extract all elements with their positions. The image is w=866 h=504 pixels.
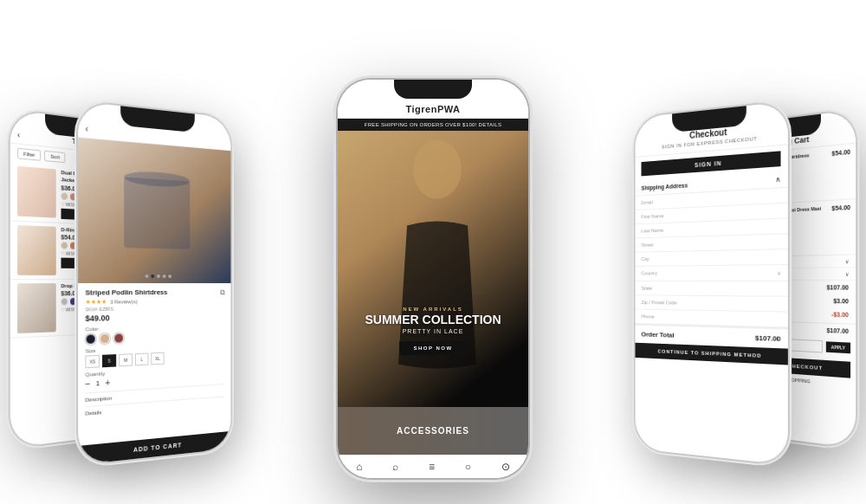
nav-home[interactable]: ⌂ bbox=[356, 461, 362, 473]
nav-search[interactable]: ⌕ bbox=[392, 461, 398, 473]
back-icon-l2[interactable]: ‹ bbox=[17, 131, 20, 140]
chevron-up-icon[interactable]: ∧ bbox=[775, 176, 780, 184]
review-count: 3 Review(s) bbox=[110, 299, 137, 304]
screen-product: ‹ bbox=[78, 101, 230, 465]
color-swatch-red[interactable] bbox=[113, 333, 124, 344]
color-swatch-tan[interactable] bbox=[100, 333, 110, 345]
order-total-value: $107.00 bbox=[755, 334, 781, 343]
cart-item-price-1: $54.00 bbox=[831, 149, 850, 196]
nav-menu[interactable]: ≡ bbox=[429, 461, 435, 473]
order-total-value: $107.00 bbox=[827, 327, 849, 334]
dot[interactable] bbox=[157, 275, 160, 278]
size-m[interactable]: M bbox=[119, 353, 132, 366]
state-field[interactable]: State bbox=[636, 281, 788, 297]
qty-value: 1 bbox=[96, 379, 100, 388]
color-swatch[interactable] bbox=[70, 193, 77, 201]
add-to-cart-button[interactable]: ADD TO CART bbox=[78, 431, 230, 465]
color-swatches bbox=[85, 330, 224, 345]
color-swatch[interactable] bbox=[70, 242, 77, 249]
country-chevron: ∨ bbox=[777, 269, 780, 275]
product-image bbox=[78, 138, 230, 283]
hero-title: SUMMER COLLECTION bbox=[338, 313, 528, 326]
hero-tag: NEW ARRIVALS bbox=[338, 307, 528, 312]
shop-now-button[interactable]: SHOP NOW bbox=[399, 341, 466, 355]
scene: ‹ Tops ⊞ Filter Sort ≡ Dual Pocket Zippe… bbox=[0, 0, 866, 504]
accessories-label: ACCESSORIES bbox=[397, 426, 469, 436]
hero-section: NEW ARRIVALS SUMMER COLLECTION PRETTY IN… bbox=[338, 131, 528, 407]
qty-minus[interactable]: − bbox=[85, 378, 90, 389]
subtotal-value: $107.00 bbox=[827, 284, 849, 290]
gift-chevron: ∨ bbox=[845, 271, 849, 277]
country-label: Country bbox=[641, 270, 657, 276]
back-icon-l1[interactable]: ‹ bbox=[85, 124, 87, 134]
phone-center: TigrenPWA FREE SHIPPING ON ORDERS OVER $… bbox=[338, 80, 528, 478]
phone-right1: Checkout SIGN IN FOR EXPRESS CHECKOUT SI… bbox=[636, 101, 788, 465]
shipping-label: Shipping Address bbox=[641, 182, 688, 191]
star-rating: ★★★★ bbox=[85, 299, 107, 307]
app-title: TigrenPWA bbox=[406, 104, 461, 114]
size-l[interactable]: L bbox=[135, 352, 149, 365]
estimate-chevron: ∨ bbox=[845, 258, 849, 264]
qty-plus[interactable]: + bbox=[105, 378, 110, 388]
hero-subtitle: PRETTY IN LACE bbox=[338, 328, 528, 334]
svg-point-4 bbox=[413, 140, 462, 199]
item-image-1 bbox=[17, 166, 56, 218]
apply-button[interactable]: APPLY bbox=[826, 341, 850, 353]
image-dots bbox=[145, 275, 171, 278]
nav-user[interactable]: ⊙ bbox=[501, 461, 510, 473]
size-s[interactable]: S bbox=[102, 354, 116, 367]
filter-button[interactable]: Filter bbox=[17, 148, 41, 161]
color-swatch[interactable] bbox=[61, 192, 68, 200]
product-info: Striped Podlin Shirtdress ⧉ ★★★★ 3 Revie… bbox=[78, 283, 230, 423]
tax-value: $3.00 bbox=[833, 298, 849, 305]
hero-background bbox=[338, 131, 528, 407]
size-xl[interactable]: XL bbox=[151, 352, 164, 365]
color-swatch[interactable] bbox=[61, 242, 68, 249]
color-swatch[interactable] bbox=[70, 298, 77, 305]
dot[interactable] bbox=[151, 275, 154, 278]
dot[interactable] bbox=[145, 275, 148, 278]
notch-center bbox=[394, 80, 472, 99]
phone-left1: ‹ bbox=[78, 101, 230, 465]
details-label: Details bbox=[85, 410, 101, 417]
item-image-3 bbox=[17, 283, 56, 333]
product-price: $49.00 bbox=[85, 312, 224, 323]
bottom-nav: ⌂ ⌕ ≡ ○ ⊙ bbox=[338, 455, 528, 478]
dot[interactable] bbox=[168, 275, 171, 278]
city-field[interactable]: City bbox=[636, 249, 788, 267]
color-swatch-dark[interactable] bbox=[85, 333, 95, 345]
promo-bar[interactable]: FREE SHIPPING ON ORDERS OVER $100! DETAI… bbox=[338, 119, 528, 131]
product-name: Striped Podlin Shirtdress bbox=[85, 288, 167, 297]
cart-item-price-2: $54.00 bbox=[831, 204, 850, 250]
accessories-section: ACCESSORIES bbox=[338, 407, 528, 455]
sort-button[interactable]: Sort bbox=[44, 151, 65, 164]
screen-checkout: Checkout SIGN IN FOR EXPRESS CHECKOUT SI… bbox=[636, 101, 788, 465]
hero-overlay: NEW ARRIVALS SUMMER COLLECTION PRETTY IN… bbox=[338, 307, 528, 355]
country-field[interactable]: Country ∨ bbox=[636, 265, 788, 281]
nav-bag[interactable]: ○ bbox=[465, 461, 471, 473]
copy-icon[interactable]: ⧉ bbox=[220, 288, 224, 298]
screen-home: TigrenPWA FREE SHIPPING ON ORDERS OVER $… bbox=[338, 80, 528, 478]
order-total-label: Order Total bbox=[641, 331, 674, 339]
item-image-2 bbox=[17, 225, 56, 275]
desc-label: Description bbox=[85, 396, 112, 403]
discount-value: -$3.00 bbox=[831, 311, 849, 318]
dot[interactable] bbox=[162, 275, 165, 278]
size-xs[interactable]: XS bbox=[85, 355, 99, 368]
color-swatch[interactable] bbox=[61, 299, 68, 306]
svg-rect-2 bbox=[124, 177, 190, 249]
